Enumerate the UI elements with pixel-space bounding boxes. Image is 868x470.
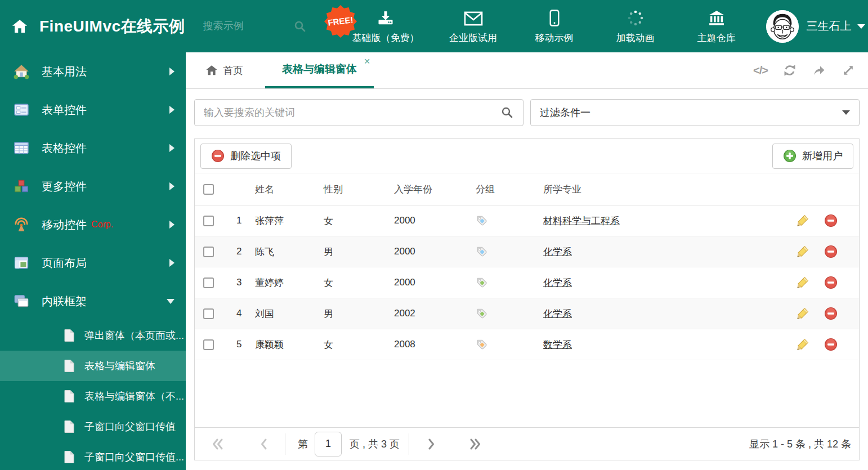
- filter-row: 过滤条件一: [186, 89, 868, 126]
- divider: [409, 433, 409, 455]
- cell-gender: 男: [324, 245, 394, 258]
- major-link[interactable]: 数学系: [543, 339, 572, 350]
- share-arrow-icon: [812, 64, 826, 77]
- sidebar: 基本用法 表单控件: [0, 52, 186, 470]
- tab-grid-edit-window[interactable]: 表格与编辑窗体 ✕: [265, 52, 374, 88]
- sidebar-subitem-popup-window[interactable]: 弹出窗体（本页面或...: [0, 320, 186, 351]
- major-link[interactable]: 化学系: [543, 277, 572, 288]
- chevron-down-icon: [857, 24, 865, 29]
- row-checkbox[interactable]: [203, 339, 214, 350]
- delete-minus-icon[interactable]: [824, 214, 838, 227]
- major-link[interactable]: 化学系: [543, 308, 572, 319]
- chevron-left-icon: [258, 437, 270, 451]
- edit-pencil-icon[interactable]: [796, 338, 809, 351]
- last-page-button[interactable]: [468, 437, 482, 451]
- sidebar-subitem-grid-edit-window[interactable]: 表格与编辑窗体: [0, 351, 186, 381]
- select-all-checkbox[interactable]: [203, 184, 214, 195]
- user-menu[interactable]: 三生石上: [766, 10, 865, 43]
- expand-button[interactable]: [841, 63, 856, 78]
- search-icon[interactable]: [500, 106, 514, 119]
- filter-dropdown[interactable]: 过滤条件一: [530, 99, 860, 126]
- sidebar-item-label: 页面布局: [42, 256, 87, 271]
- table-empty-area: [195, 360, 859, 427]
- major-link[interactable]: 材料科学与工程系: [543, 216, 620, 226]
- mobile-icon: [549, 8, 560, 26]
- filter-dropdown-value: 过滤条件一: [540, 106, 842, 119]
- table-row: 1 张萍萍 女 2000 材料科学与工程系: [195, 205, 859, 236]
- nav-item-basic-edition[interactable]: FREE! 基础版（免费）: [352, 8, 419, 44]
- sidebar-item-more-controls[interactable]: 更多控件: [0, 167, 186, 205]
- edit-pencil-icon[interactable]: [796, 276, 809, 289]
- add-user-label: 新增用户: [802, 149, 843, 163]
- sidebar-item-form-controls[interactable]: 表单控件: [0, 91, 186, 129]
- header-search-input[interactable]: [203, 20, 293, 32]
- tab-home[interactable]: 首页: [203, 52, 246, 88]
- sidebar-subitem-label: 表格与编辑窗体: [84, 359, 155, 373]
- layout-icon: [14, 255, 29, 271]
- free-badge: FREE!: [323, 4, 358, 39]
- column-name: 姓名: [255, 183, 324, 196]
- pagination-bar: 第 页 , 共 3 页 显示 1: [195, 427, 859, 460]
- edit-pencil-icon[interactable]: [796, 307, 809, 320]
- delete-selected-label: 删除选中项: [230, 149, 281, 163]
- column-group: 分组: [476, 183, 543, 196]
- edit-pencil-icon[interactable]: [796, 214, 809, 227]
- row-checkbox[interactable]: [203, 216, 214, 226]
- tag-icon: [476, 245, 488, 258]
- source-code-button[interactable]: </>: [753, 63, 768, 78]
- sidebar-subitem-child-to-parent[interactable]: 子窗口向父窗口传值: [0, 411, 186, 442]
- keyword-search-box[interactable]: [194, 99, 524, 126]
- cell-gender: 女: [324, 214, 394, 227]
- major-link[interactable]: 化学系: [543, 247, 572, 257]
- sidebar-subitem-label: 弹出窗体（本页面或...: [84, 329, 184, 342]
- edit-pencil-icon[interactable]: [796, 245, 809, 258]
- nav-label: 加载动画: [616, 32, 655, 44]
- sidebar-item-mobile-controls[interactable]: 移动控件 Corp.: [0, 205, 186, 244]
- sidebar-subitem-grid-edit-window-2[interactable]: 表格与编辑窗体（不...: [0, 381, 186, 411]
- sidebar-item-iframe[interactable]: 内联框架: [0, 282, 186, 320]
- close-icon[interactable]: ✕: [364, 57, 370, 65]
- cell-gender: 女: [324, 338, 394, 351]
- row-checkbox[interactable]: [203, 247, 214, 257]
- row-checkbox[interactable]: [203, 308, 214, 319]
- refresh-button[interactable]: [782, 63, 797, 78]
- first-page-button[interactable]: [211, 437, 225, 451]
- table-header: 姓名 性别 入学年份 分组 所学专业: [195, 173, 859, 205]
- delete-selected-button[interactable]: 删除选中项: [200, 144, 292, 169]
- cell-year: 2000: [394, 277, 476, 288]
- row-index: 3: [230, 277, 255, 288]
- delete-minus-icon[interactable]: [824, 307, 838, 320]
- chevron-down-icon: [167, 299, 175, 304]
- delete-minus-icon[interactable]: [824, 276, 838, 289]
- search-icon[interactable]: [293, 20, 307, 33]
- row-checkbox[interactable]: [203, 277, 214, 288]
- page-number-input[interactable]: [315, 432, 342, 456]
- delete-minus-icon[interactable]: [824, 338, 838, 351]
- nav-item-theme-repo[interactable]: 主题仓库: [690, 8, 744, 44]
- nav-item-loading-animation[interactable]: 加载动画: [609, 8, 663, 44]
- sidebar-subitem-child-to-parent-2[interactable]: 子窗口向父窗口传值...: [0, 442, 186, 470]
- delete-minus-icon[interactable]: [824, 245, 838, 258]
- sidebar-item-basic-usage[interactable]: 基本用法: [0, 52, 186, 91]
- nav-item-enterprise-trial[interactable]: 企业版试用: [446, 8, 500, 44]
- tag-icon: [476, 276, 488, 289]
- nav-label: 主题仓库: [697, 32, 736, 44]
- sidebar-item-label: 内联框架: [42, 294, 87, 309]
- frames-icon: [14, 293, 29, 309]
- tag-icon: [476, 338, 488, 351]
- home-icon[interactable]: [10, 17, 29, 36]
- add-user-button[interactable]: 新增用户: [772, 144, 853, 169]
- sidebar-item-page-layout[interactable]: 页面布局: [0, 244, 186, 282]
- row-index: 5: [230, 339, 255, 350]
- bank-icon: [708, 8, 726, 26]
- sidebar-item-grid-controls[interactable]: 表格控件: [0, 129, 186, 167]
- page-icon: [63, 450, 75, 464]
- app-title: FineUIMvc在线示例: [39, 16, 185, 37]
- keyword-search-input[interactable]: [204, 107, 500, 119]
- next-page-button[interactable]: [424, 437, 439, 451]
- header-search[interactable]: [203, 20, 319, 33]
- prev-page-button[interactable]: [257, 437, 271, 451]
- share-button[interactable]: [812, 63, 826, 78]
- nav-item-mobile-demo[interactable]: 移动示例: [527, 8, 581, 44]
- header-nav: FREE! 基础版（免费）: [352, 8, 744, 44]
